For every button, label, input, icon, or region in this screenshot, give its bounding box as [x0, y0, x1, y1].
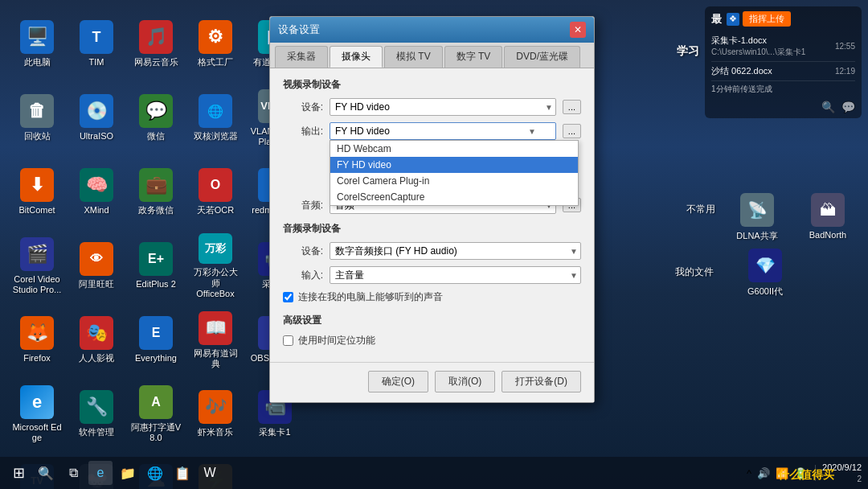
panel-actions: 🔍 💬 — [711, 97, 855, 113]
chat-panel-icon[interactable]: 💬 — [841, 101, 855, 113]
icon-wechat-label: 微信 — [147, 131, 165, 142]
icon-dlna-img: 📡 — [740, 193, 774, 227]
tab-capture[interactable]: 采集器 — [275, 46, 328, 68]
icon-firefox[interactable]: 🦊 Firefox — [8, 304, 66, 376]
file-item-1-time: 12:55 — [835, 42, 855, 51]
open-device-button[interactable]: 打开设备(D) — [502, 371, 581, 392]
icon-ultraiso-img: 💿 — [80, 94, 113, 128]
checkbox-hear-audio-label: 连接在我的电脑上能够听到的声音 — [298, 290, 443, 304]
audio-device-select[interactable]: 数字音频接口 (FY HD audio) — [330, 242, 581, 260]
icon-xiami-label: 虾米音乐 — [198, 427, 233, 438]
icon-tianruo-ocr[interactable]: O 天若OCR — [186, 156, 244, 228]
desktop-icons-grid: 🖥️ 此电脑 T TIM 🎵 网易云音乐 ⚙ 格式工厂 📝 有道云笔... 🗑 … — [0, 0, 305, 466]
tray-volume-icon[interactable]: 🔊 — [755, 466, 772, 481]
icon-tim[interactable]: T TIM — [68, 8, 125, 80]
audio-device-select-wrap: 数字音频接口 (FY HD audio) ▼ — [330, 242, 581, 260]
icon-ms-edge[interactable]: e Microsoft Edge — [8, 378, 66, 450]
device-ellipsis-button[interactable]: ... — [563, 100, 581, 114]
icon-work-wechat[interactable]: 💼 政务微信 — [127, 156, 185, 228]
icon-renren-video[interactable]: 🎭 人人影视 — [68, 304, 125, 376]
audio-input-select[interactable]: 主音量 — [330, 266, 581, 284]
tab-simtv[interactable]: 模拟 TV — [384, 46, 443, 68]
checkbox-timecode[interactable] — [283, 335, 293, 346]
checkbox-hear-audio[interactable] — [283, 292, 293, 302]
word-taskbar-btn[interactable]: W — [198, 461, 222, 485]
right-panel: 最 ❖ 指挥上传 采集卡-1.docx C:\Users\win10\...\采… — [705, 6, 862, 118]
advanced-section: 高级设置 使用时间定位功能 — [283, 314, 581, 347]
dropdown-item-corelcam[interactable]: Corel Camera Plug-in — [330, 173, 578, 189]
icon-editplus[interactable]: E+ EditPlus 2 — [127, 230, 185, 302]
file-item-1[interactable]: 采集卡-1.docx C:\Users\win10\...\采集卡1 12:55 — [711, 31, 855, 62]
dialog-footer: 确定(O) 取消(O) 打开设备(D) — [270, 362, 594, 402]
tab-digitv[interactable]: 数字 TV — [444, 46, 503, 68]
icon-xiami-img: 🎶 — [199, 390, 232, 424]
edge2-taskbar-btn[interactable]: 🌐 — [143, 461, 167, 485]
icon-wechat[interactable]: 💬 微信 — [127, 82, 185, 154]
icon-bitcomet[interactable]: ⬇ BitComet — [8, 156, 66, 228]
device-select[interactable]: FY HD video — [330, 98, 556, 116]
icon-wps-officebox[interactable]: 万彩 万彩办公大师OfficeBox — [186, 230, 244, 302]
tab-dvd[interactable]: DVD/蓝光碟 — [504, 46, 580, 68]
icon-pc[interactable]: 🖥️ 此电脑 — [8, 8, 66, 80]
transfer-complete: 1分钟前传送完成 — [711, 81, 855, 97]
search-button[interactable]: 🔍 — [34, 461, 58, 485]
icon-ahuida[interactable]: A 阿惠打字通V8.0 — [127, 378, 185, 450]
dialog-close-button[interactable]: ✕ — [570, 22, 586, 38]
dropdown-item-hdwebcam[interactable]: HD Webcam — [330, 141, 578, 157]
output-row: 输出: FY HD video ▼ HD Webcam FY HD video … — [283, 122, 581, 140]
clipboard-taskbar-btn[interactable]: 📋 — [170, 461, 194, 485]
icon-dualbrowser-label: 双核浏览器 — [194, 131, 238, 142]
icon-format-factory[interactable]: ⚙ 格式工厂 — [186, 8, 244, 80]
output-select-wrap: FY HD video ▼ HD Webcam FY HD video Core… — [330, 122, 556, 140]
dropdown-item-fyhd[interactable]: FY HD video — [330, 157, 578, 173]
icon-dlna-label: DLNA共享 — [736, 230, 777, 242]
icon-g600-img: 💎 — [748, 249, 782, 282]
tab-camera[interactable]: 摄像头 — [330, 46, 383, 68]
icon-netease-music[interactable]: 🎵 网易云音乐 — [127, 8, 185, 80]
device-label: 设备: — [283, 101, 323, 114]
icon-workwechat-img: 💼 — [139, 168, 173, 202]
icon-officebox-img: 万彩 — [199, 233, 232, 264]
dialog-title: 设备设置 — [278, 23, 320, 37]
icon-soft-manager[interactable]: 🔧 软件管理 — [68, 378, 125, 450]
cancel-button[interactable]: 取消(O) — [435, 371, 495, 392]
icon-badnorth[interactable]: 🏔 BadNorth — [796, 193, 860, 242]
edge2-taskbar-icon: 🌐 — [147, 466, 163, 481]
icon-dlna[interactable]: 📡 DLNA共享 — [725, 193, 789, 242]
icon-youdao-dict[interactable]: 📖 网易有道词典 — [186, 304, 244, 376]
audio-input-label: 输入: — [283, 269, 323, 282]
upload-button[interactable]: 指挥上传 — [743, 11, 791, 27]
task-view-icon: ⧉ — [69, 466, 78, 480]
start-button[interactable]: ⊞ — [6, 461, 31, 485]
icon-bitcomet-img: ⬇ — [20, 168, 54, 202]
icon-corel-video[interactable]: 🎬 Corel VideoStudio Pro... — [8, 230, 66, 302]
icon-xmind[interactable]: 🧠 XMind — [68, 156, 125, 228]
output-ellipsis-button[interactable]: ... — [563, 124, 581, 138]
icon-xiami-music[interactable]: 🎶 虾米音乐 — [186, 378, 244, 450]
edge-taskbar-btn[interactable]: e — [88, 461, 113, 485]
icon-wechat-img: 💬 — [139, 94, 173, 128]
video-section-title: 视频录制设备 — [283, 78, 581, 92]
device-settings-dialog: 设备设置 ✕ 采集器 摄像头 模拟 TV 数字 TV DVD/蓝光碟 视频录制设… — [269, 16, 595, 403]
icon-ultraiso[interactable]: 💿 UltraISO — [68, 82, 125, 154]
icon-everything[interactable]: E Everything — [127, 304, 185, 376]
icon-alibaba[interactable]: 👁 阿里旺旺 — [68, 230, 125, 302]
output-dropdown-trigger[interactable]: FY HD video ▼ — [330, 122, 556, 140]
folder-taskbar-icon: 📁 — [120, 466, 136, 481]
confirm-button[interactable]: 确定(O) — [368, 371, 428, 392]
icon-xmind-img: 🧠 — [80, 168, 113, 202]
icon-renren-img: 🎭 — [80, 316, 113, 350]
panel-header: 最 ❖ 指挥上传 — [711, 11, 855, 27]
task-view-button[interactable]: ⧉ — [61, 461, 85, 485]
audio-device-label: 设备: — [283, 244, 323, 258]
icon-g600[interactable]: 💎 G600II代 — [741, 249, 789, 298]
icon-recycle[interactable]: 🗑 回收站 — [8, 82, 66, 154]
icon-youdaodict-img: 📖 — [199, 311, 232, 345]
dropdown-item-corelscreen[interactable]: CorelScreenCapture — [330, 189, 578, 205]
search-panel-icon[interactable]: 🔍 — [821, 101, 835, 113]
icon-dualheart-browser[interactable]: 🌐 双核浏览器 — [186, 82, 244, 154]
tray-expand-icon[interactable]: ^ — [745, 466, 753, 481]
file-item-2[interactable]: 沙结 0622.docx 12:19 — [711, 62, 855, 81]
folder-taskbar-btn[interactable]: 📁 — [116, 461, 140, 485]
icon-ahuida-img: A — [139, 385, 173, 419]
